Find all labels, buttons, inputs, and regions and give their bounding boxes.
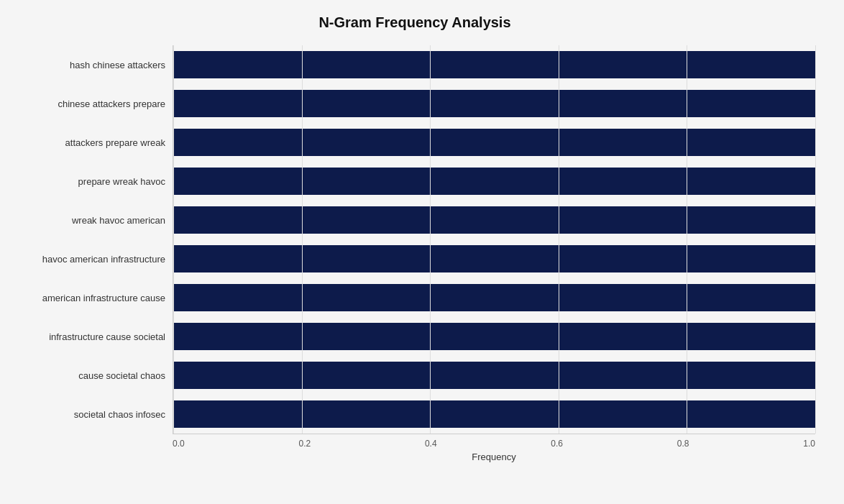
y-axis-label: cause societal chaos: [78, 357, 165, 395]
bar: [173, 245, 815, 272]
x-axis-label: Frequency: [14, 452, 815, 462]
y-axis-label: prepare wreak havoc: [78, 162, 165, 201]
y-axis: hash chinese attackerschinese attackers …: [14, 45, 173, 434]
bar-row: [173, 356, 815, 395]
y-axis-label: societal chaos infosec: [74, 395, 165, 434]
y-axis-label: infrastructure cause societal: [49, 318, 165, 357]
bars-area: [173, 45, 815, 434]
x-tick: 0.6: [551, 439, 563, 449]
x-tick: 1.0: [803, 439, 815, 449]
x-tick: 0.8: [677, 439, 689, 449]
bar: [173, 90, 815, 117]
bar: [173, 206, 815, 234]
bar-row: [173, 317, 815, 356]
bar: [173, 168, 815, 195]
y-axis-label: havoc american infrastructure: [42, 239, 165, 278]
chart-area: hash chinese attackerschinese attackers …: [14, 45, 815, 434]
y-axis-label: chinese attackers prepare: [58, 84, 165, 123]
bar-row: [173, 45, 815, 84]
bar-row: [173, 239, 815, 278]
bar: [173, 51, 815, 78]
bar-row: [173, 123, 815, 162]
x-axis: 0.00.20.40.60.81.0: [14, 434, 815, 449]
bar-row: [173, 201, 815, 239]
bar: [173, 323, 815, 350]
bar-row: [173, 162, 815, 201]
x-tick: 0.4: [425, 439, 437, 449]
y-axis-label: wreak havoc american: [72, 201, 165, 239]
bar: [173, 400, 815, 428]
x-tick: 0.2: [298, 439, 311, 449]
y-axis-label: hash chinese attackers: [70, 45, 165, 84]
chart-container: N-Gram Frequency Analysis hash chinese a…: [0, 0, 844, 504]
bar: [173, 284, 815, 311]
bar-row: [173, 395, 815, 434]
bar: [173, 362, 815, 389]
bar: [173, 129, 815, 156]
x-tick: 0.0: [173, 439, 185, 449]
chart-title: N-Gram Frequency Analysis: [14, 14, 815, 31]
y-axis-label: american infrastructure cause: [42, 279, 165, 318]
bar-row: [173, 278, 815, 317]
bar-row: [173, 84, 815, 123]
y-axis-label: attackers prepare wreak: [65, 123, 165, 162]
